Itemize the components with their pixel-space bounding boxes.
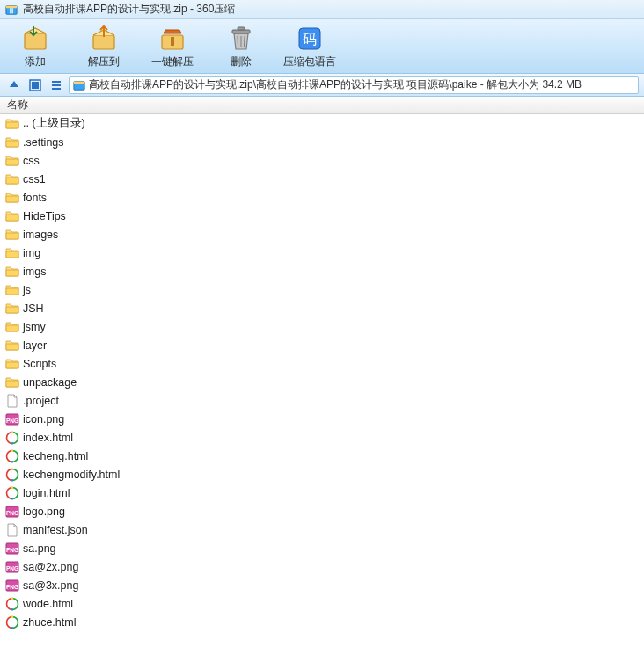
box-extract-icon [90,25,118,53]
svg-rect-4 [25,33,46,49]
folder-icon [5,338,19,353]
view-list-button[interactable] [48,76,65,94]
view-icons-button[interactable] [26,76,44,94]
file-name: css [23,155,40,167]
list-item[interactable]: .. (上级目录) [0,114,644,133]
toolbar-label: 解压到 [88,55,120,69]
file-name: index.html [23,432,73,444]
file-name: sa@2x.png [23,561,78,573]
folder-icon [5,375,19,389]
html-icon [5,449,19,463]
trash-icon [227,25,255,53]
png-icon [5,560,19,574]
list-item[interactable]: img [0,244,644,262]
nav-up-button[interactable] [5,76,23,94]
list-item[interactable]: css [0,151,644,170]
folder-icon [5,228,19,242]
lang-icon: 码 [296,25,324,53]
folder-icon [5,117,19,131]
file-icon [5,394,19,408]
file-name: js [23,284,31,296]
archive-icon [73,79,85,91]
file-name: icon.png [23,413,64,426]
svg-rect-16 [32,82,39,89]
html-icon [5,431,19,445]
png-icon [5,412,19,426]
svg-rect-5 [93,35,114,49]
file-name: css1 [23,173,46,186]
toolbar-label: 添加 [25,55,46,69]
file-name: .settings [23,136,64,149]
one-click-extract-button[interactable]: 一键解压 [146,23,199,69]
list-item[interactable]: imgs [0,262,644,280]
window-title: 高校自动排课APP的设计与实现.zip - 360压缩 [23,2,235,17]
titlebar: 高校自动排课APP的设计与实现.zip - 360压缩 [0,0,644,19]
html-icon [5,468,19,482]
svg-text:码: 码 [303,32,317,47]
folder-icon [5,265,19,279]
list-item[interactable]: .settings [0,133,644,151]
toolbar-label: 一键解压 [151,55,194,69]
list-item[interactable]: sa@3x.png [0,576,644,594]
list-item[interactable]: css1 [0,170,644,188]
file-name: zhuce.html [23,616,76,629]
list-item[interactable]: unpackage [0,373,644,391]
list-item[interactable]: Scripts [0,354,644,373]
box-quick-extract-icon [158,25,187,53]
language-button[interactable]: 码 压缩包语言 [283,23,336,69]
list-item[interactable]: logo.png [0,502,644,520]
file-name: fonts [23,192,47,204]
list-item[interactable]: fonts [0,188,644,207]
list-item[interactable]: JSH [0,299,644,317]
file-name: sa.png [23,542,56,555]
folder-icon [5,357,19,371]
toolbar-label: 压缩包语言 [283,55,336,69]
list-item[interactable]: jsmy [0,317,644,336]
navbar: 高校自动排课APP的设计与实现.zip\高校自动排课APP的设计与实现 项目源码… [0,74,644,97]
list-item[interactable]: login.html [0,484,644,502]
file-name: Scripts [23,358,56,370]
file-name: manifest.json [23,524,88,536]
svg-rect-2 [10,8,11,13]
add-button[interactable]: 添加 [9,23,62,69]
list-item[interactable]: .project [0,391,644,410]
column-header[interactable]: 名称 [0,97,644,114]
list-item[interactable]: sa@2x.png [0,557,644,576]
list-item[interactable]: js [0,280,644,299]
file-name: images [23,229,58,241]
html-icon [5,597,19,611]
svg-rect-8 [232,30,250,33]
list-item[interactable]: zhuce.html [0,613,644,631]
file-name: .project [23,395,59,407]
file-name: logo.png [23,506,65,518]
file-name: kecheng.html [23,450,88,462]
file-name: wode.html [23,598,73,610]
app-icon [5,4,18,16]
toolbar-label: 删除 [231,55,252,69]
list-item[interactable]: layer [0,336,644,354]
list-item[interactable]: kecheng.html [0,447,644,465]
address-path: 高校自动排课APP的设计与实现.zip\高校自动排课APP的设计与实现 项目源码… [89,77,582,92]
list-item[interactable]: icon.png [0,410,644,428]
svg-rect-7 [171,37,174,46]
address-bar[interactable]: 高校自动排课APP的设计与实现.zip\高校自动排课APP的设计与实现 项目源码… [69,76,639,94]
list-item[interactable]: sa.png [0,539,644,557]
list-item[interactable]: HideTips [0,207,644,225]
list-item[interactable]: wode.html [0,594,644,613]
delete-button[interactable]: 删除 [215,23,267,69]
folder-icon [5,135,19,149]
list-item[interactable]: images [0,225,644,244]
file-name: jsmy [23,321,46,333]
list-item[interactable]: kechengmodify.html [0,465,644,484]
extract-to-button[interactable]: 解压到 [77,23,130,69]
list-item[interactable]: index.html [0,428,644,447]
column-name: 名称 [7,98,28,113]
png-icon [5,578,19,593]
svg-rect-9 [238,27,245,30]
file-name: imgs [23,266,46,278]
file-list[interactable]: .. (上级目录).settingscsscss1fontsHideTipsim… [0,114,644,662]
file-name: sa@3x.png [23,579,78,592]
box-add-icon [21,25,49,53]
list-item[interactable]: manifest.json [0,520,644,539]
folder-icon [5,302,19,316]
